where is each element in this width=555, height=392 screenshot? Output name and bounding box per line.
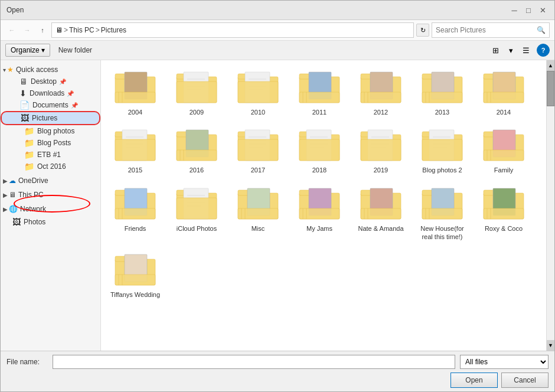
photos-icon: 🖼 — [12, 217, 21, 227]
scroll-thumb[interactable] — [547, 71, 554, 106]
help-button[interactable]: ? — [537, 44, 550, 57]
svg-rect-131 — [299, 208, 339, 219]
sidebar-item-photos[interactable]: 🖼 Photos — [1, 216, 100, 228]
scrollbar[interactable]: ▲ ▼ — [546, 60, 554, 351]
sidebar-item-pictures[interactable]: 🖼 Pictures — [1, 111, 100, 125]
folder-item[interactable]: 2016 — [167, 123, 226, 178]
scroll-down-btn[interactable]: ▼ — [547, 340, 554, 351]
open-button[interactable]: Open — [450, 373, 498, 388]
folder-item[interactable]: 2015 — [106, 123, 165, 178]
thispc-icon: 🖥 — [9, 191, 16, 199]
folder-icon — [114, 127, 156, 165]
svg-rect-81 — [299, 139, 339, 161]
folder-item[interactable]: 2009 — [167, 65, 226, 120]
back-button[interactable]: ← — [5, 24, 18, 37]
address-bar: ← → ↑ 🖥 > This PC > Pictures ↻ 🔍 — [1, 20, 554, 41]
folder-item[interactable]: Roxy & Coco — [474, 181, 533, 246]
folder-item[interactable]: 2018 — [290, 123, 349, 178]
svg-rect-34 — [361, 92, 401, 103]
folder-item[interactable]: 2014 — [474, 65, 533, 120]
forward-button[interactable]: → — [21, 24, 34, 37]
folder-icon — [360, 185, 402, 223]
folder-label: 2009 — [190, 108, 204, 116]
file-type-select[interactable]: All files — [460, 355, 549, 369]
maximize-button[interactable]: □ — [523, 4, 534, 16]
folder-icon — [421, 185, 463, 223]
folder-item[interactable]: New House(for real this time!) — [413, 181, 472, 246]
folder-label: 2012 — [374, 108, 388, 116]
bottom-bar: File name: All files Open Cancel — [1, 351, 554, 391]
sidebar-section-thispc: ▶ 🖥 This PC — [1, 188, 100, 202]
desktop-label: Desktop — [31, 77, 57, 86]
view-dropdown-button[interactable]: ▾ — [504, 43, 518, 57]
sidebar-item-desktop[interactable]: 🖥 Desktop 📌 — [1, 76, 100, 87]
sidebar-section-onedrive: ▶ ☁ OneDrive — [1, 174, 100, 188]
folder-icon — [237, 69, 279, 107]
folder-item[interactable]: 2013 — [413, 65, 472, 120]
up-button[interactable]: ↑ — [36, 24, 49, 37]
folder-item[interactable]: Nate & Amanda — [351, 181, 410, 246]
folder-item[interactable]: Friends — [106, 181, 165, 246]
close-button[interactable]: ✕ — [537, 4, 549, 16]
folder-item[interactable]: 2011 — [290, 65, 349, 120]
search-icon: 🔍 — [537, 26, 546, 34]
sidebar-item-downloads[interactable]: ⬇ Downloads 📌 — [1, 87, 100, 99]
folder-item[interactable]: 2010 — [228, 65, 288, 120]
sidebar-section-quick-access: ▾ ★ Quick access 🖥 Desktop 📌 ⬇ Downloads… — [1, 63, 100, 174]
network-label: Network — [20, 205, 46, 213]
minimize-button[interactable]: ─ — [508, 4, 520, 16]
folder-label: Roxy & Coco — [485, 224, 523, 233]
folder-item[interactable]: 2017 — [228, 123, 288, 178]
blog-posts-label: Blog Posts — [37, 139, 71, 147]
documents-icon: 📄 — [19, 100, 30, 110]
folder-icon — [114, 69, 156, 107]
folder-item[interactable]: Blog photos 2 — [413, 123, 472, 178]
action-row: Open Cancel — [6, 373, 549, 388]
sidebar-item-documents[interactable]: 📄 Documents 📌 — [1, 99, 100, 111]
folder-label: 2011 — [312, 108, 327, 116]
sidebar-item-oct2016[interactable]: 📁 Oct 2016 — [1, 161, 100, 172]
organize-button[interactable]: Organize ▾ — [5, 44, 50, 57]
sidebar-item-etb[interactable]: 📁 ETB #1 — [1, 149, 100, 161]
file-name-input[interactable] — [53, 355, 455, 369]
folder-item[interactable]: 2019 — [351, 123, 410, 178]
svg-rect-22 — [238, 81, 278, 103]
folder-item[interactable]: Tiffanys Wedding — [106, 247, 165, 303]
search-box[interactable]: 🔍 — [432, 22, 550, 38]
sidebar-item-network[interactable]: ▶ 🌐 Network — [1, 203, 100, 215]
folder-item[interactable]: 2012 — [351, 65, 410, 120]
sidebar-item-blog-posts[interactable]: 📁 Blog Posts — [1, 137, 100, 149]
documents-pin-icon: 📌 — [71, 102, 78, 109]
sidebar-item-onedrive[interactable]: ▶ ☁ OneDrive — [1, 175, 100, 187]
sidebar-item-blog-photos[interactable]: 📁 Blog photos — [1, 125, 100, 137]
folder-label: My Jams — [306, 224, 332, 233]
folder-label: 2019 — [374, 166, 388, 174]
scroll-track[interactable] — [547, 71, 554, 340]
folder-item[interactable]: Misc — [228, 181, 288, 246]
search-input[interactable] — [436, 26, 534, 34]
refresh-button[interactable]: ↻ — [416, 24, 429, 37]
sidebar-group-quick-access[interactable]: ▾ ★ Quick access — [1, 64, 100, 76]
folder-item[interactable]: iCloud Photos — [167, 181, 226, 246]
folder-icon — [482, 185, 525, 223]
folder-label: Nate & Amanda — [358, 224, 403, 233]
oct2016-icon: 📁 — [24, 162, 34, 171]
downloads-icon: ⬇ — [19, 89, 27, 98]
network-arrow: ▶ — [3, 206, 8, 213]
sidebar-item-thispc[interactable]: ▶ 🖥 This PC — [1, 189, 100, 201]
svg-rect-109 — [115, 208, 155, 219]
view-large-icons-button[interactable]: ⊞ — [488, 43, 502, 57]
folder-item[interactable]: My Jams — [290, 181, 349, 246]
cancel-button[interactable]: Cancel — [501, 373, 549, 388]
breadcrumb[interactable]: 🖥 > This PC > Pictures — [51, 22, 414, 38]
folder-item[interactable]: 2004 — [106, 65, 165, 120]
svg-rect-145 — [422, 208, 462, 219]
quick-access-label: Quick access — [16, 66, 58, 74]
view-details-button[interactable]: ☰ — [519, 43, 533, 57]
scroll-up-btn[interactable]: ▲ — [547, 60, 554, 71]
folder-item[interactable]: Family — [474, 123, 533, 178]
svg-rect-41 — [422, 92, 462, 103]
folder-icon — [114, 185, 156, 223]
new-folder-button[interactable]: New folder — [55, 44, 96, 56]
title-bar: Open ─ □ ✕ — [1, 1, 554, 20]
